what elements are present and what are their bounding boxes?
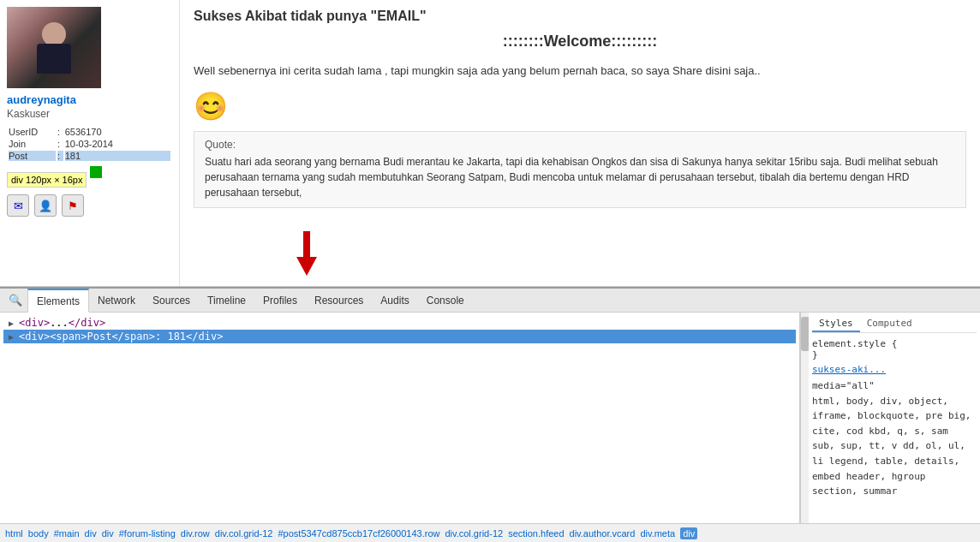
post-value: 181 (65, 151, 170, 161)
welcome-text: ::::::::Welcome::::::::: (194, 33, 966, 51)
post-body: Well sebenernya ini cerita sudah lama , … (194, 63, 966, 80)
tab-console[interactable]: Console (418, 289, 473, 313)
top-area: audreynagita Kaskuser UserID : 6536170 J… (0, 0, 980, 287)
breadcrumb-html[interactable]: html (5, 528, 23, 539)
styles-tab-styles[interactable]: Styles (812, 316, 860, 332)
dom-tag-2: <div> (19, 331, 50, 342)
userid-colon: : (57, 127, 63, 137)
quote-text: Suatu hari ada seorang yang bernama Budi… (205, 154, 955, 200)
avatar-body (37, 44, 71, 74)
quote-box: Quote: Suatu hari ada seorang yang berna… (194, 131, 966, 208)
style-attrs: media="all" (812, 378, 977, 394)
breadcrumb-div-active[interactable]: div (680, 527, 697, 539)
join-colon: : (57, 139, 63, 149)
online-indicator (90, 166, 102, 178)
dom-line-2[interactable]: ▶ <div> <span> Post </span> : 181 </div> (3, 330, 796, 343)
avatar-head (42, 22, 66, 46)
tab-timeline[interactable]: Timeline (199, 289, 254, 313)
app-container: audreynagita Kaskuser UserID : 6536170 J… (0, 0, 980, 542)
post-title: Sukses Akibat tidak punya "EMAIL" (194, 9, 966, 24)
toggle-icon-1[interactable]: ▶ (5, 317, 17, 329)
arrow-head (296, 257, 317, 276)
arrow-shaft (303, 231, 310, 257)
breadcrumb-row[interactable]: div.row (181, 528, 210, 539)
styles-panel: Styles Computed element.style { } sukses… (809, 313, 980, 523)
post-emoji: 😊 (194, 90, 966, 122)
user-name: audreynagita (7, 93, 172, 106)
devtools-body: ▶ <div> ... </div> ▶ <div> <span> Post <… (0, 313, 980, 523)
tab-sources[interactable]: Sources (144, 289, 199, 313)
user-sidebar: audreynagita Kaskuser UserID : 6536170 J… (0, 0, 180, 286)
breadcrumb-post-id[interactable]: #post5347cd875ccb17cf26000143.row (278, 528, 439, 539)
report-icon[interactable]: ⚑ (62, 194, 84, 217)
avatar-figure (28, 18, 80, 78)
avatar (7, 7, 101, 88)
user-info-table: UserID : 6536170 Join : 10-03-2014 Post … (7, 125, 172, 163)
message-icon[interactable]: ✉ (7, 194, 29, 217)
dom-span-close: </span> (111, 331, 155, 342)
element-style-text: element.style { (812, 338, 897, 349)
breadcrumb-body[interactable]: body (28, 528, 49, 539)
tab-network[interactable]: Network (89, 289, 144, 313)
post-label: Post (9, 151, 56, 161)
breadcrumb-div2[interactable]: div (102, 528, 114, 539)
breadcrumb-author-vcard[interactable]: div.author.vcard (570, 528, 636, 539)
tab-audits[interactable]: Audits (372, 289, 417, 313)
dom-line-1[interactable]: ▶ <div> ... </div> (3, 316, 796, 330)
breadcrumb-forum-listing[interactable]: #forum-listing (119, 528, 176, 539)
dom-text-after: : 181 (155, 331, 186, 342)
userid-label: UserID (9, 127, 56, 137)
dom-tag-1: <div> (19, 317, 50, 329)
arrow-indicator (296, 231, 317, 276)
profile-icon[interactable]: 👤 (34, 194, 57, 217)
dom-span-open: <span> (50, 331, 87, 342)
join-label: Join (9, 139, 56, 149)
tab-resources[interactable]: Resources (306, 289, 372, 313)
dom-close-tag-1: </div> (69, 317, 105, 329)
search-icon[interactable]: 🔍 (3, 290, 27, 310)
user-role: Kaskuser (7, 108, 172, 120)
dom-panel[interactable]: ▶ <div> ... </div> ▶ <div> <span> Post <… (0, 313, 800, 523)
breadcrumb-main[interactable]: #main (54, 528, 80, 539)
dim-info: div 120px × 16px (7, 172, 87, 188)
styles-tabs: Styles Computed (812, 316, 977, 333)
tab-profiles[interactable]: Profiles (254, 289, 306, 313)
toggle-icon-2[interactable]: ▶ (5, 331, 17, 342)
join-value: 10-03-2014 (65, 139, 170, 149)
dom-ellipsis-1: ... (50, 317, 69, 329)
breadcrumb-div1[interactable]: div (85, 528, 97, 539)
style-selectors: html, body, div, object, iframe, blockqu… (812, 394, 977, 499)
styles-tab-computed[interactable]: Computed (860, 316, 919, 332)
breadcrumb-hfeed[interactable]: section.hfeed (508, 528, 564, 539)
breadcrumb-col-grid-2[interactable]: div.col.grid-12 (445, 528, 503, 539)
tab-elements[interactable]: Elements (27, 289, 89, 313)
userid-value: 6536170 (65, 127, 170, 137)
breadcrumb-col-grid[interactable]: div.col.grid-12 (215, 528, 273, 539)
breadcrumb-meta[interactable]: div.meta (640, 528, 675, 539)
style-link[interactable]: sukses-aki... (812, 364, 977, 375)
dom-close-tag-2: </div> (186, 331, 223, 342)
element-style: element.style { } (812, 338, 977, 360)
dom-scrollbar[interactable] (800, 313, 809, 523)
devtools-panel: 🔍 Elements Network Sources Timeline Prof… (0, 287, 980, 542)
breadcrumb-bar: html body #main div div #forum-listing d… (0, 523, 980, 542)
post-colon: : (57, 151, 63, 161)
element-style-close: } (812, 349, 818, 360)
user-action-icons: ✉ 👤 ⚑ (7, 194, 172, 217)
dom-span-text: Post (87, 331, 111, 342)
quote-label: Quote: (205, 139, 955, 151)
devtools-tabs: 🔍 Elements Network Sources Timeline Prof… (0, 289, 980, 313)
